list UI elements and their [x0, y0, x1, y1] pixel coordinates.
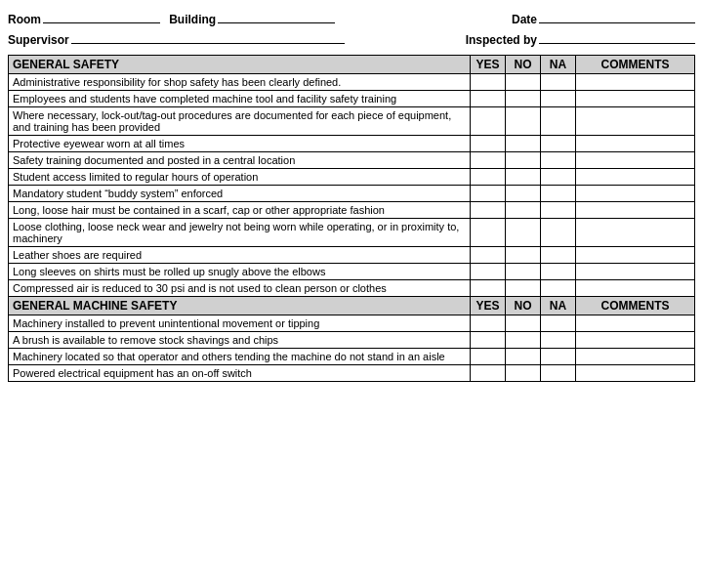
- item-text: Leather shoes are required: [9, 247, 471, 264]
- yes-cell[interactable]: [471, 247, 506, 264]
- no-cell[interactable]: [506, 136, 541, 152]
- na-cell[interactable]: [541, 107, 576, 136]
- no-cell[interactable]: [506, 186, 541, 202]
- yes-cell[interactable]: [471, 152, 506, 169]
- comments-cell[interactable]: [576, 332, 695, 349]
- room-field: Room Building: [8, 10, 335, 26]
- item-text: A brush is available to remove stock sha…: [9, 332, 471, 349]
- table-row: Powered electrical equipment has an on-o…: [9, 365, 695, 382]
- yes-cell[interactable]: [471, 169, 506, 186]
- na-cell[interactable]: [541, 315, 576, 332]
- comments-cell[interactable]: [576, 247, 695, 264]
- no-cell[interactable]: [506, 91, 541, 107]
- yes-cell[interactable]: [471, 280, 506, 297]
- comments-cell[interactable]: [576, 186, 695, 202]
- item-text: Where necessary, lock-out/tag-out proced…: [9, 107, 471, 136]
- na-cell[interactable]: [541, 152, 576, 169]
- no-cell[interactable]: [506, 264, 541, 280]
- item-text: Safety training documented and posted in…: [9, 152, 471, 169]
- na-cell[interactable]: [541, 74, 576, 91]
- supervisor-label: Supervisor: [8, 33, 69, 47]
- col-na-header-1: NA: [541, 297, 576, 315]
- inspected-by-label: Inspected by: [466, 33, 537, 47]
- col-no-header-0: NO: [506, 56, 541, 74]
- table-row: Compressed air is reduced to 30 psi and …: [9, 280, 695, 297]
- header-section: Room Building Date Supervisor Inspected …: [8, 10, 695, 47]
- inspected-by-field: Inspected by: [466, 30, 695, 47]
- room-label: Room: [8, 13, 41, 26]
- table-row: Machinery located so that operator and o…: [9, 349, 695, 365]
- yes-cell[interactable]: [471, 107, 506, 136]
- col-na-header-0: NA: [541, 56, 576, 74]
- na-cell[interactable]: [541, 219, 576, 247]
- yes-cell[interactable]: [471, 186, 506, 202]
- comments-cell[interactable]: [576, 107, 695, 136]
- comments-cell[interactable]: [576, 91, 695, 107]
- yes-cell[interactable]: [471, 349, 506, 365]
- item-text: Loose clothing, loose neck wear and jewe…: [9, 219, 471, 247]
- na-cell[interactable]: [541, 136, 576, 152]
- na-cell[interactable]: [541, 365, 576, 382]
- col-yes-header-0: YES: [471, 56, 506, 74]
- no-cell[interactable]: [506, 202, 541, 219]
- na-cell[interactable]: [541, 186, 576, 202]
- comments-cell[interactable]: [576, 169, 695, 186]
- no-cell[interactable]: [506, 280, 541, 297]
- no-cell[interactable]: [506, 74, 541, 91]
- na-cell[interactable]: [541, 280, 576, 297]
- item-text: Long sleeves on shirts must be rolled up…: [9, 264, 471, 280]
- comments-cell[interactable]: [576, 315, 695, 332]
- comments-cell[interactable]: [576, 136, 695, 152]
- yes-cell[interactable]: [471, 219, 506, 247]
- na-cell[interactable]: [541, 247, 576, 264]
- na-cell[interactable]: [541, 169, 576, 186]
- na-cell[interactable]: [541, 91, 576, 107]
- table-row: Administrative responsibility for shop s…: [9, 74, 695, 91]
- yes-cell[interactable]: [471, 332, 506, 349]
- section-title-1: GENERAL MACHINE SAFETY: [9, 297, 471, 315]
- table-row: Loose clothing, loose neck wear and jewe…: [9, 219, 695, 247]
- no-cell[interactable]: [506, 332, 541, 349]
- yes-cell[interactable]: [471, 202, 506, 219]
- no-cell[interactable]: [506, 152, 541, 169]
- table-row: Employees and students have completed ma…: [9, 91, 695, 107]
- supervisor-value[interactable]: [71, 30, 345, 44]
- table-row: Machinery installed to prevent unintenti…: [9, 315, 695, 332]
- na-cell[interactable]: [541, 264, 576, 280]
- building-value[interactable]: [218, 10, 335, 23]
- no-cell[interactable]: [506, 169, 541, 186]
- yes-cell[interactable]: [471, 91, 506, 107]
- yes-cell[interactable]: [471, 264, 506, 280]
- yes-cell[interactable]: [471, 365, 506, 382]
- no-cell[interactable]: [506, 219, 541, 247]
- inspected-by-value[interactable]: [539, 30, 695, 44]
- item-text: Machinery located so that operator and o…: [9, 349, 471, 365]
- item-text: Mandatory student “buddy system” enforce…: [9, 186, 471, 202]
- item-text: Administrative responsibility for shop s…: [9, 74, 471, 91]
- no-cell[interactable]: [506, 247, 541, 264]
- room-value[interactable]: [43, 10, 160, 23]
- yes-cell[interactable]: [471, 315, 506, 332]
- comments-cell[interactable]: [576, 202, 695, 219]
- table-row: Long, loose hair must be contained in a …: [9, 202, 695, 219]
- comments-cell[interactable]: [576, 74, 695, 91]
- comments-cell[interactable]: [576, 280, 695, 297]
- comments-cell[interactable]: [576, 365, 695, 382]
- yes-cell[interactable]: [471, 74, 506, 91]
- na-cell[interactable]: [541, 349, 576, 365]
- na-cell[interactable]: [541, 202, 576, 219]
- na-cell[interactable]: [541, 332, 576, 349]
- no-cell[interactable]: [506, 349, 541, 365]
- table-row: A brush is available to remove stock sha…: [9, 332, 695, 349]
- no-cell[interactable]: [506, 315, 541, 332]
- yes-cell[interactable]: [471, 136, 506, 152]
- comments-cell[interactable]: [576, 152, 695, 169]
- no-cell[interactable]: [506, 107, 541, 136]
- date-value[interactable]: [539, 10, 695, 23]
- no-cell[interactable]: [506, 365, 541, 382]
- comments-cell[interactable]: [576, 219, 695, 247]
- section-header-0: GENERAL SAFETYYESNONACOMMENTS: [9, 56, 695, 74]
- comments-cell[interactable]: [576, 349, 695, 365]
- supervisor-field: Supervisor: [8, 30, 345, 47]
- comments-cell[interactable]: [576, 264, 695, 280]
